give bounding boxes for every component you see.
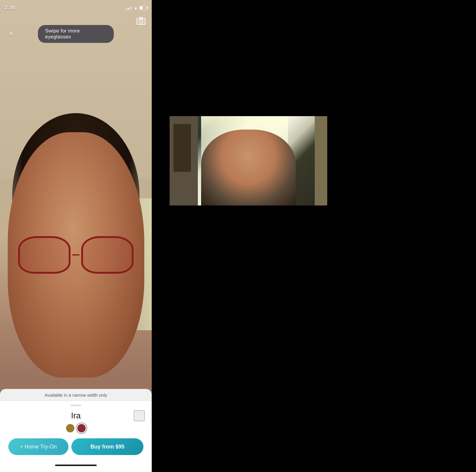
battery-icon <box>140 6 147 10</box>
video-person <box>201 130 296 205</box>
wifi-icon: ▲ <box>134 5 138 10</box>
color-swatches <box>7 424 145 432</box>
try-on-button[interactable]: + Home Try-On <box>8 438 68 455</box>
video-wall-right <box>315 116 327 205</box>
status-bar: 2:38 ▲ <box>0 0 152 13</box>
video-background <box>170 116 327 205</box>
status-icons: ▲ <box>126 5 147 10</box>
heart-icon: ♡ <box>136 412 143 420</box>
product-section: Ira ♡ + Home Try-On Buy from $95 <box>0 409 152 460</box>
camera-icon <box>136 17 146 25</box>
glasses-overlay <box>18 236 134 274</box>
close-button[interactable]: ✕ <box>5 26 18 42</box>
color-swatch-2[interactable] <box>77 424 86 432</box>
swipe-pill[interactable]: Swipe for more eyeglasses <box>38 25 114 43</box>
video-frame-art <box>173 123 192 172</box>
video-thumbnail <box>170 116 327 205</box>
sheet-handle <box>71 405 81 406</box>
status-time: 2:38 <box>5 5 15 11</box>
product-name-row: Ira ♡ <box>7 411 145 420</box>
action-buttons: + Home Try-On Buy from $95 <box>7 438 145 455</box>
product-name: Ira <box>71 411 81 420</box>
bottom-sheet: Available in a narrow width only Ira ♡ +… <box>0 389 152 472</box>
glasses-bridge <box>72 254 79 256</box>
right-panel <box>152 0 476 472</box>
phone-screen: 2:38 ▲ ✕ Swipe for more eyeglasses <box>0 0 152 472</box>
signal-icon <box>126 6 132 10</box>
favorite-button[interactable]: ♡ <box>134 410 145 421</box>
color-swatch-1[interactable] <box>66 424 74 432</box>
glasses-right-lens <box>81 236 134 274</box>
camera-button[interactable] <box>135 15 147 27</box>
glasses-left-lens <box>18 236 71 274</box>
buy-button[interactable]: Buy from $95 <box>71 438 143 455</box>
narrow-width-banner: Available in a narrow width only <box>0 389 152 401</box>
home-indicator <box>55 465 97 466</box>
top-nav: ✕ Swipe for more eyeglasses <box>0 13 152 29</box>
close-icon: ✕ <box>9 30 14 38</box>
svg-rect-2 <box>140 17 143 19</box>
